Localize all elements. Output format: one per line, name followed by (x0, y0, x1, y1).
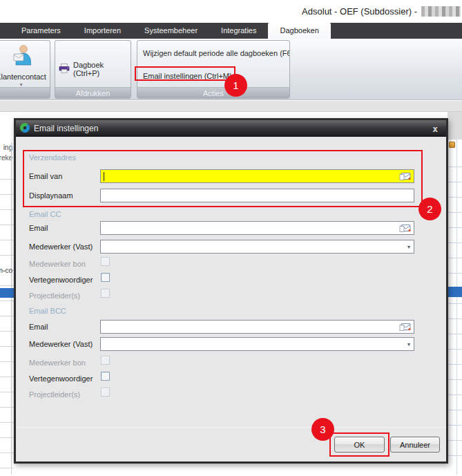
step-badge-3: 3 (311, 418, 334, 441)
cc-vertegenwoordiger-checkbox[interactable] (101, 273, 110, 282)
klantencontact-button[interactable]: Klantencontact (0, 73, 50, 81)
chevron-down-icon: ▾ (407, 244, 410, 250)
text-caret (104, 172, 104, 181)
partial-table-cell: n-co (0, 267, 12, 274)
bcc-medewerker-vast-dropdown[interactable]: ▾ (100, 337, 414, 351)
redacted-dossier-name (421, 6, 461, 17)
ribbon-tabbar: Parameters Importeren Systeembeheer Inte… (0, 23, 462, 39)
ribbon-group-label-acties: Acties (137, 87, 289, 98)
tab-integraties[interactable]: Integraties (209, 23, 268, 39)
bcc-email-label: Email (29, 320, 48, 334)
bcc-projectleiders-label: Projectleider(s) (29, 388, 80, 401)
bcc-medewerker-bon-label: Medewerker bon (29, 356, 86, 370)
dialog-body: Verzendadres Email van Displaynaam (16, 137, 446, 461)
window-title: Adsolut - OEF (Subdossier) - (302, 6, 417, 17)
tab-systeembeheer[interactable]: Systeembeheer (133, 23, 209, 39)
cc-medewerker-bon-label: Medewerker bon (29, 257, 86, 271)
bcc-medewerker-bon-checkbox (101, 356, 110, 365)
tab-parameters[interactable]: Parameters (10, 23, 73, 39)
background-table-left-sliver: ing reke n-co (0, 112, 14, 476)
dialog-app-icon (20, 123, 30, 134)
displaynaam-label: Displaynaam (29, 189, 73, 202)
selected-table-row[interactable] (447, 287, 462, 297)
address-book-mail-icon[interactable] (398, 171, 412, 182)
ribbon-group-label-afdrukken: Afdrukken (55, 87, 131, 98)
cc-email-field-wrap (100, 221, 414, 235)
cc-medewerker-vast-dropdown[interactable]: ▾ (100, 240, 414, 254)
selected-table-row[interactable] (0, 288, 14, 298)
cc-email-label: Email (29, 221, 48, 235)
dialog-title: Email instellingen (34, 124, 428, 133)
section-header-email-cc: Email CC (29, 210, 61, 218)
email-van-label: Email van (29, 169, 62, 183)
address-book-mail-icon[interactable] (398, 321, 412, 332)
address-book-mail-icon[interactable] (398, 222, 412, 234)
dialog-footer-divider (16, 427, 446, 428)
dagboek-print-label: Dagboek (Ctrl+P) (73, 61, 131, 77)
annuleer-button[interactable]: Annuleer (390, 437, 440, 453)
cc-projectleiders-checkbox (101, 289, 110, 298)
bcc-projectleiders-checkbox (101, 388, 110, 397)
dialog-titlebar[interactable]: Email instellingen x (16, 120, 446, 137)
ok-button[interactable]: OK (334, 437, 385, 453)
table-grid-rows (0, 164, 14, 468)
cc-email-input[interactable] (101, 222, 414, 234)
cc-vertegenwoordiger-label: Vertegenwoordiger (29, 273, 93, 287)
tab-importeren[interactable]: Importeren (73, 23, 133, 39)
email-van-field-wrap (100, 169, 414, 183)
close-icon[interactable]: x (428, 124, 442, 133)
ribbon-group-afdrukken: Dagboek (Ctrl+P) Afdrukken (55, 40, 131, 99)
bcc-email-field-wrap (100, 320, 414, 334)
email-van-input[interactable] (101, 170, 414, 182)
ribbon-group-acties: Wijzigen default periode alle dagboeken … (137, 40, 290, 99)
klantencontact-person-icon (12, 44, 31, 68)
bcc-email-input[interactable] (101, 321, 414, 333)
application-window: Adsolut - OEF (Subdossier) - Parameters … (0, 0, 462, 476)
email-instellingen-dialog: Email instellingen x Verzendadres Email … (14, 118, 448, 464)
table-grid-column-line (11, 142, 12, 474)
bcc-vertegenwoordiger-checkbox[interactable] (101, 372, 110, 381)
wijzigen-default-periode-button[interactable]: Wijzigen default periode alle dagboeken … (143, 46, 290, 60)
section-header-verzendadres: Verzendadres (29, 153, 76, 162)
section-header-email-bcc: Email BCC (29, 307, 66, 315)
table-grid-rows (447, 152, 462, 470)
background-toolbar-strip (447, 112, 462, 140)
ribbon-group-klantencontact: Klantencontact ▾ (0, 40, 50, 99)
bcc-vertegenwoordiger-label: Vertegenwoordiger (29, 372, 93, 385)
ribbon-bottom-strip (0, 101, 462, 112)
printer-icon (59, 64, 70, 75)
tab-dagboeken[interactable]: Dagboeken (268, 23, 330, 39)
bcc-medewerker-vast-label: Medewerker (Vast) (29, 337, 93, 351)
partial-toolbar-icon (449, 142, 455, 148)
window-titlebar: Adsolut - OEF (Subdossier) - (0, 0, 462, 23)
dagboek-print-button[interactable]: Dagboek (Ctrl+P) (59, 61, 131, 77)
table-grid-column-line (456, 140, 457, 475)
background-table-right-sliver (447, 112, 462, 476)
cc-medewerker-vast-label: Medewerker (Vast) (29, 240, 93, 254)
ribbon-group-label-contact (0, 87, 50, 98)
cc-medewerker-bon-checkbox (101, 257, 110, 266)
email-instellingen-button[interactable]: Email instellingen (Ctrl+M) (143, 69, 232, 83)
chevron-down-icon: ▾ (407, 341, 410, 348)
step-badge-2: 2 (418, 198, 441, 220)
cc-projectleiders-label: Projectleider(s) (29, 289, 80, 303)
step-badge-1: 1 (224, 74, 247, 97)
displaynaam-field-wrap (100, 189, 414, 202)
displaynaam-input[interactable] (101, 189, 414, 202)
